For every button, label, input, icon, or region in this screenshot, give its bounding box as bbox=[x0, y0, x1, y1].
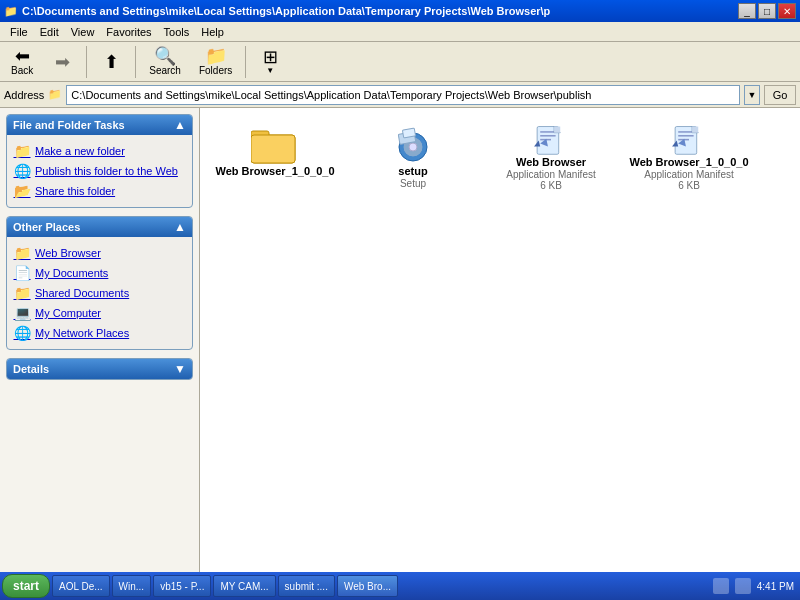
views-arrow: ▼ bbox=[266, 66, 274, 75]
title-bar: 📁 C:\Documents and Settings\mike\Local S… bbox=[0, 0, 800, 22]
sidebar: File and Folder Tasks ▲ 📁 Make a new fol… bbox=[0, 108, 200, 572]
other-places-title: Other Places bbox=[13, 221, 80, 233]
main-area: File and Folder Tasks ▲ 📁 Make a new fol… bbox=[0, 108, 800, 572]
setup-icon bbox=[389, 125, 437, 165]
address-label: Address bbox=[4, 89, 44, 101]
other-places-toggle: ▲ bbox=[174, 220, 186, 234]
start-button[interactable]: start bbox=[2, 574, 50, 598]
my-network-places-item[interactable]: 🌐 My Network Places bbox=[11, 323, 188, 343]
maximize-button[interactable]: □ bbox=[758, 3, 776, 19]
address-input[interactable] bbox=[66, 85, 740, 105]
file-folder-tasks-content: 📁 Make a new folder 🌐 Publish this folde… bbox=[7, 135, 192, 207]
other-places-header[interactable]: Other Places ▲ bbox=[7, 217, 192, 237]
menu-tools[interactable]: Tools bbox=[158, 24, 196, 40]
views-button[interactable]: ⊞ ▼ bbox=[252, 45, 288, 78]
folders-button[interactable]: 📁 Folders bbox=[192, 44, 239, 79]
back-label: Back bbox=[11, 65, 33, 76]
file-content-area: Web Browser_1_0_0_0 setup Setup bbox=[200, 108, 800, 572]
folders-icon: 📁 bbox=[205, 47, 227, 65]
svg-rect-21 bbox=[692, 127, 698, 133]
file-name-setup: setup bbox=[398, 165, 427, 178]
folders-label: Folders bbox=[199, 65, 232, 76]
up-button[interactable]: ⬆ bbox=[93, 50, 129, 74]
file-subtitle-manifest1: Application Manifest 6 KB bbox=[506, 169, 596, 191]
other-places-panel: Other Places ▲ 📁 Web Browser 📄 My Docume… bbox=[6, 216, 193, 350]
my-computer-item[interactable]: 💻 My Computer bbox=[11, 303, 188, 323]
file-name-folder1: Web Browser_1_0_0_0 bbox=[215, 165, 334, 178]
file-item-folder1[interactable]: Web Browser_1_0_0_0 bbox=[210, 118, 340, 198]
taskbar-item-4[interactable]: submit :... bbox=[278, 575, 335, 597]
shared-documents-item[interactable]: 📁 Shared Documents bbox=[11, 283, 188, 303]
menu-edit[interactable]: Edit bbox=[34, 24, 65, 40]
file-name-manifest1: Web Browser bbox=[516, 156, 586, 169]
file-item-manifest2[interactable]: Web Browser_1_0_0_0 Application Manifest… bbox=[624, 118, 754, 198]
web-browser-place-item[interactable]: 📁 Web Browser bbox=[11, 243, 188, 263]
menu-help[interactable]: Help bbox=[195, 24, 230, 40]
taskbar-item-1[interactable]: Win... bbox=[112, 575, 152, 597]
svg-rect-7 bbox=[402, 128, 415, 138]
share-icon: 📂 bbox=[13, 183, 31, 199]
taskbar-clock: 4:41 PM bbox=[757, 581, 794, 592]
address-bar: Address 📁 ▼ Go bbox=[0, 82, 800, 108]
title-bar-buttons: _ □ ✕ bbox=[738, 3, 796, 19]
file-name-manifest2: Web Browser_1_0_0_0 bbox=[629, 156, 748, 169]
title-bar-left: 📁 C:\Documents and Settings\mike\Local S… bbox=[4, 5, 550, 18]
my-documents-label: My Documents bbox=[35, 267, 108, 279]
address-dropdown[interactable]: ▼ bbox=[744, 85, 760, 105]
publish-icon: 🌐 bbox=[13, 163, 31, 179]
menu-favorites[interactable]: Favorites bbox=[100, 24, 157, 40]
file-folder-tasks-panel: File and Folder Tasks ▲ 📁 Make a new fol… bbox=[6, 114, 193, 208]
taskbar-item-5[interactable]: Web Bro... bbox=[337, 575, 398, 597]
file-folder-tasks-header[interactable]: File and Folder Tasks ▲ bbox=[7, 115, 192, 135]
manifest-icon-2 bbox=[665, 125, 713, 156]
toolbar: ⬅ Back ➡ ⬆ 🔍 Search 📁 Folders ⊞ ▼ bbox=[0, 42, 800, 82]
go-button[interactable]: Go bbox=[764, 85, 796, 105]
svg-rect-18 bbox=[678, 135, 693, 137]
folder-icon-1 bbox=[251, 125, 299, 165]
file-subtitle-setup: Setup bbox=[400, 178, 426, 189]
taskbar-item-2[interactable]: vb15 - P... bbox=[153, 575, 211, 597]
svg-point-5 bbox=[409, 143, 417, 151]
publish-folder-item[interactable]: 🌐 Publish this folder to the Web bbox=[11, 161, 188, 181]
taskbar-item-3[interactable]: MY CAM... bbox=[213, 575, 275, 597]
title-bar-icon: 📁 bbox=[4, 5, 18, 18]
svg-rect-17 bbox=[678, 131, 693, 133]
shared-documents-label: Shared Documents bbox=[35, 287, 129, 299]
file-item-manifest1[interactable]: Web Browser Application Manifest 6 KB bbox=[486, 118, 616, 198]
web-browser-place-icon: 📁 bbox=[13, 245, 31, 261]
shared-documents-icon: 📁 bbox=[13, 285, 31, 301]
my-documents-item[interactable]: 📄 My Documents bbox=[11, 263, 188, 283]
my-documents-icon: 📄 bbox=[13, 265, 31, 281]
toolbar-separator-2 bbox=[135, 46, 136, 78]
share-folder-label: Share this folder bbox=[35, 185, 115, 197]
file-folder-tasks-toggle: ▲ bbox=[174, 118, 186, 132]
my-computer-label: My Computer bbox=[35, 307, 101, 319]
up-icon: ⬆ bbox=[104, 53, 119, 71]
tray-icon-1 bbox=[713, 578, 729, 594]
close-button[interactable]: ✕ bbox=[778, 3, 796, 19]
menu-view[interactable]: View bbox=[65, 24, 101, 40]
details-panel: Details ▼ bbox=[6, 358, 193, 380]
file-item-setup[interactable]: setup Setup bbox=[348, 118, 478, 198]
taskbar: start AOL De... Win... vb15 - P... MY CA… bbox=[0, 572, 800, 600]
forward-button[interactable]: ➡ bbox=[44, 50, 80, 74]
back-icon: ⬅ bbox=[15, 47, 30, 65]
my-network-places-icon: 🌐 bbox=[13, 325, 31, 341]
address-folder-icon: 📁 bbox=[48, 88, 62, 101]
svg-rect-9 bbox=[540, 131, 555, 133]
details-header[interactable]: Details ▼ bbox=[7, 359, 192, 379]
svg-rect-10 bbox=[540, 135, 555, 137]
back-button[interactable]: ⬅ Back bbox=[4, 44, 40, 79]
title-bar-title: C:\Documents and Settings\mike\Local Set… bbox=[22, 5, 550, 17]
minimize-button[interactable]: _ bbox=[738, 3, 756, 19]
share-folder-item[interactable]: 📂 Share this folder bbox=[11, 181, 188, 201]
menu-file[interactable]: File bbox=[4, 24, 34, 40]
taskbar-item-0[interactable]: AOL De... bbox=[52, 575, 110, 597]
file-folder-tasks-title: File and Folder Tasks bbox=[13, 119, 125, 131]
svg-rect-2 bbox=[251, 135, 295, 163]
my-computer-icon: 💻 bbox=[13, 305, 31, 321]
make-new-folder-item[interactable]: 📁 Make a new folder bbox=[11, 141, 188, 161]
taskbar-right: 4:41 PM bbox=[709, 578, 798, 594]
search-button[interactable]: 🔍 Search bbox=[142, 44, 188, 79]
file-subtitle-manifest2: Application Manifest 6 KB bbox=[644, 169, 734, 191]
